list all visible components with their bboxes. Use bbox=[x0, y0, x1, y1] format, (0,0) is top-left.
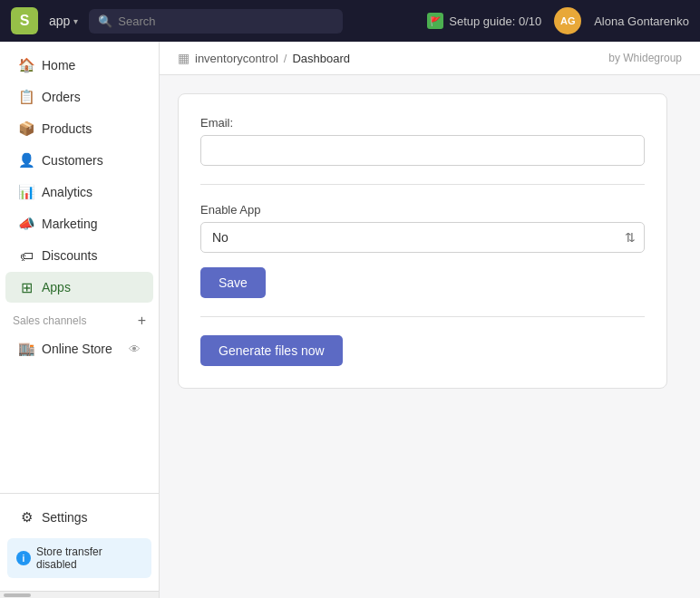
analytics-icon: 📊 bbox=[18, 184, 34, 200]
orders-icon: 📋 bbox=[18, 89, 34, 105]
user-avatar[interactable]: AG bbox=[554, 7, 581, 34]
sidebar-label-orders: Orders bbox=[42, 90, 81, 104]
sidebar-item-marketing[interactable]: 📣 Marketing bbox=[5, 208, 153, 239]
sidebar-label-discounts: Discounts bbox=[42, 248, 97, 263]
by-text: by Whidegroup bbox=[608, 52, 682, 64]
topbar: S app ▾ 🔍 🚩 Setup guide: 0/10 AG Alona G… bbox=[0, 0, 700, 42]
store-transfer-label: Store transfer disabled bbox=[36, 545, 142, 571]
sidebar-label-customers: Customers bbox=[42, 153, 103, 168]
online-store-icon: 🏬 bbox=[18, 341, 34, 357]
enable-app-select-wrap: No Yes ⇅ bbox=[200, 222, 645, 253]
user-name[interactable]: Alona Gontarenko bbox=[594, 14, 689, 28]
sidebar-label-apps: Apps bbox=[42, 280, 71, 294]
sidebar-scrollbar[interactable] bbox=[0, 591, 159, 598]
products-icon: 📦 bbox=[18, 121, 34, 137]
search-bar: 🔍 bbox=[89, 9, 343, 34]
app-chevron-icon: ▾ bbox=[73, 16, 78, 26]
customers-icon: 👤 bbox=[18, 152, 34, 169]
app-selector[interactable]: app ▾ bbox=[49, 14, 78, 28]
app-label: app bbox=[49, 14, 70, 28]
content-header: ▦ inventorycontrol / Dashboard by Whideg… bbox=[160, 42, 700, 75]
sidebar-item-orders[interactable]: 📋 Orders bbox=[5, 82, 153, 112]
sidebar-label-online-store: Online Store bbox=[42, 342, 112, 356]
form-divider-1 bbox=[200, 184, 645, 185]
sidebar: 🏠 Home 📋 Orders 📦 Products 👤 Customers 📊… bbox=[0, 42, 160, 598]
sidebar-footer: ⚙ Settings i Store transfer disabled bbox=[0, 493, 159, 591]
content-scroll: Email: Enable App No Yes ⇅ Save bbox=[160, 75, 700, 598]
apps-icon: ⊞ bbox=[18, 279, 34, 295]
sidebar-item-settings[interactable]: ⚙ Settings bbox=[5, 502, 153, 533]
enable-app-label: Enable App bbox=[200, 203, 645, 217]
sidebar-label-home: Home bbox=[42, 58, 75, 72]
shopify-logo: S bbox=[11, 7, 38, 34]
sidebar-label-analytics: Analytics bbox=[42, 185, 92, 199]
setup-flag-icon: 🚩 bbox=[427, 13, 443, 29]
sidebar-item-apps[interactable]: ⊞ Apps bbox=[5, 272, 153, 303]
breadcrumb-grid-icon: ▦ bbox=[178, 51, 190, 65]
info-icon: i bbox=[16, 551, 31, 565]
sidebar-item-home[interactable]: 🏠 Home bbox=[5, 50, 153, 81]
sales-channels-section: Sales channels + bbox=[0, 304, 159, 333]
setup-guide[interactable]: 🚩 Setup guide: 0/10 bbox=[427, 13, 541, 29]
breadcrumb-separator: / bbox=[284, 52, 287, 65]
email-group: Email: bbox=[200, 116, 645, 166]
enable-app-group: Enable App No Yes ⇅ bbox=[200, 203, 645, 253]
breadcrumb-app: inventorycontrol bbox=[195, 52, 278, 65]
form-card: Email: Enable App No Yes ⇅ Save bbox=[178, 93, 667, 389]
breadcrumb-page: Dashboard bbox=[292, 52, 350, 65]
breadcrumb: ▦ inventorycontrol / Dashboard bbox=[178, 51, 350, 65]
form-divider-2 bbox=[200, 316, 645, 317]
eye-icon: 👁 bbox=[129, 342, 141, 356]
store-transfer-banner: i Store transfer disabled bbox=[7, 538, 151, 578]
sidebar-label-products: Products bbox=[42, 121, 92, 136]
sidebar-label-marketing: Marketing bbox=[42, 217, 97, 231]
email-input[interactable] bbox=[200, 135, 645, 166]
marketing-icon: 📣 bbox=[18, 216, 34, 232]
search-input[interactable] bbox=[118, 14, 334, 28]
enable-app-select[interactable]: No Yes bbox=[200, 222, 645, 253]
main-layout: 🏠 Home 📋 Orders 📦 Products 👤 Customers 📊… bbox=[0, 42, 700, 598]
sidebar-item-customers[interactable]: 👤 Customers bbox=[5, 145, 153, 176]
sidebar-label-settings: Settings bbox=[42, 510, 88, 525]
sidebar-item-products[interactable]: 📦 Products bbox=[5, 113, 153, 144]
generate-files-button[interactable]: Generate files now bbox=[200, 335, 343, 366]
email-label: Email: bbox=[200, 116, 645, 130]
add-sales-channel-icon[interactable]: + bbox=[138, 313, 146, 329]
search-icon: 🔍 bbox=[98, 14, 112, 28]
sidebar-item-online-store[interactable]: 🏬 Online Store 👁 bbox=[5, 333, 153, 364]
topbar-right: 🚩 Setup guide: 0/10 AG Alona Gontarenko bbox=[427, 7, 689, 34]
settings-icon: ⚙ bbox=[18, 509, 34, 526]
content-area: ▦ inventorycontrol / Dashboard by Whideg… bbox=[160, 42, 700, 598]
sales-channels-label: Sales channels bbox=[13, 314, 86, 327]
discounts-icon: 🏷 bbox=[18, 247, 34, 264]
home-icon: 🏠 bbox=[18, 57, 34, 73]
setup-guide-label: Setup guide: 0/10 bbox=[449, 14, 541, 28]
sidebar-item-discounts[interactable]: 🏷 Discounts bbox=[5, 240, 153, 271]
sidebar-item-analytics[interactable]: 📊 Analytics bbox=[5, 177, 153, 207]
save-button[interactable]: Save bbox=[200, 267, 266, 298]
sidebar-nav: 🏠 Home 📋 Orders 📦 Products 👤 Customers 📊… bbox=[0, 42, 159, 493]
